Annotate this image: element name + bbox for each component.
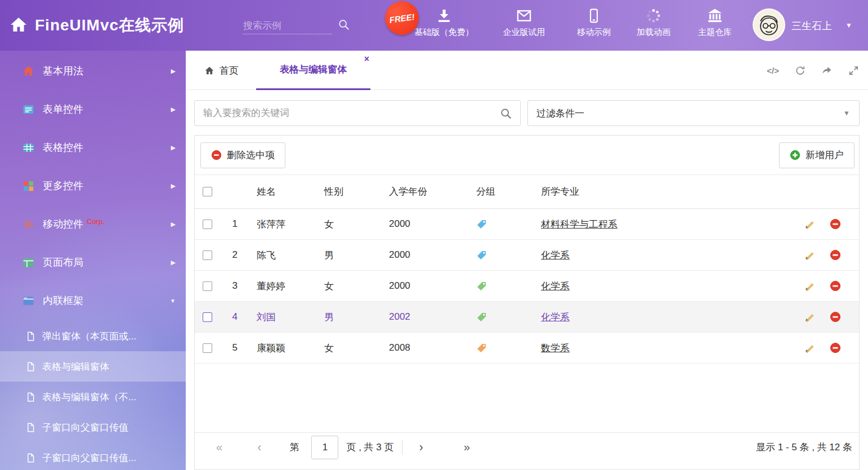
table-icon	[23, 142, 34, 154]
last-page-icon[interactable]: »	[464, 441, 470, 454]
avatar[interactable]	[753, 8, 785, 41]
edit-pencil-icon[interactable]	[804, 249, 815, 261]
header-search-input[interactable]	[242, 18, 332, 34]
edit-pencil-icon[interactable]	[804, 311, 815, 323]
cell-group	[465, 281, 530, 292]
cell-year: 2000	[378, 249, 465, 261]
major-link[interactable]: 材料科学与工程系	[541, 219, 618, 230]
nav-item-loading-animation[interactable]: 加载动画	[624, 8, 683, 44]
chevron-down-icon: ▼	[843, 109, 850, 117]
cell-gender: 男	[313, 311, 378, 324]
user-name[interactable]: 三生石上	[791, 19, 832, 33]
col-header-year[interactable]: 入学年份	[378, 185, 465, 198]
share-icon[interactable]	[821, 65, 833, 76]
delete-row-icon[interactable]	[830, 311, 841, 323]
col-header-major[interactable]: 所学专业	[530, 185, 797, 198]
delete-row-icon[interactable]	[830, 280, 841, 292]
chevron-right-icon: ▶	[171, 221, 176, 228]
row-checkbox[interactable]	[203, 281, 212, 291]
row-checkbox[interactable]	[203, 343, 212, 353]
delete-row-icon[interactable]	[830, 218, 841, 230]
refresh-icon[interactable]	[795, 65, 806, 76]
sidebar-subitem-child-to-parent-2[interactable]: 子窗口向父窗口传值...	[0, 442, 186, 470]
sidebar-menu: 基本用法 ▶ 表单控件 ▶ 表格控件 ▶ 更多控件 ▶ 移动控件	[0, 52, 186, 320]
chevron-down-icon[interactable]: ▼	[845, 21, 852, 29]
fullscreen-icon[interactable]	[848, 65, 859, 76]
sidebar-submenu: 弹出窗体（本页面或... 表格与编辑窗体 表格与编辑窗体（不... 子窗口向父窗…	[0, 321, 186, 470]
header-search-icon[interactable]	[338, 19, 350, 31]
major-link[interactable]: 化学系	[541, 312, 570, 323]
tag-icon	[476, 219, 487, 230]
grid-toolbar: 删除选中项 新增用户	[195, 136, 859, 175]
minus-circle-icon	[211, 150, 222, 160]
edit-pencil-icon[interactable]	[804, 280, 815, 292]
main-content: 首页 表格与编辑窗体 × </> 过滤条件一 ▼	[186, 51, 868, 470]
sidebar-item-inline-frame[interactable]: 内联框架 ▼	[0, 281, 186, 320]
sidebar-item-table-controls[interactable]: 表格控件 ▶	[0, 128, 186, 167]
col-header-gender[interactable]: 性别	[313, 185, 378, 198]
download-icon	[436, 8, 452, 24]
prev-page-icon[interactable]: ‹	[257, 440, 261, 455]
page-icon	[26, 453, 35, 463]
nav-item-enterprise-trial[interactable]: 企业版试用	[484, 8, 564, 44]
filter-dropdown[interactable]: 过滤条件一 ▼	[527, 100, 860, 126]
edit-pencil-icon[interactable]	[804, 218, 815, 230]
close-icon[interactable]: ×	[364, 54, 369, 64]
sidebar-item-form-controls[interactable]: 表单控件 ▶	[0, 90, 186, 128]
major-link[interactable]: 数学系	[541, 343, 570, 353]
cell-gender: 女	[313, 280, 378, 293]
mobile-icon	[587, 8, 601, 24]
home-icon[interactable]	[9, 16, 28, 34]
tab-grid-edit-window[interactable]: 表格与编辑窗体 ×	[256, 51, 370, 90]
major-link[interactable]: 化学系	[541, 250, 570, 261]
next-page-icon[interactable]: ›	[419, 440, 423, 455]
tab-bar: 首页 表格与编辑窗体 × </>	[186, 51, 868, 90]
row-checkbox[interactable]	[203, 220, 212, 229]
col-header-group[interactable]: 分组	[465, 185, 530, 198]
add-user-button[interactable]: 新增用户	[779, 142, 854, 168]
home-icon	[204, 66, 214, 75]
delete-selected-button[interactable]: 删除选中项	[200, 142, 285, 168]
tab-home[interactable]: 首页	[204, 51, 239, 90]
page-label-prefix: 第	[289, 441, 299, 454]
signal-icon	[23, 218, 34, 230]
first-page-icon[interactable]: «	[216, 441, 222, 454]
row-checkbox[interactable]	[203, 250, 212, 260]
cell-name: 陈飞	[245, 249, 313, 262]
select-all-checkbox[interactable]	[203, 187, 212, 196]
cell-year: 2002	[378, 311, 465, 323]
cell-gender: 女	[313, 342, 378, 355]
col-header-name[interactable]: 姓名	[245, 185, 313, 198]
sidebar-item-page-layout[interactable]: 页面布局 ▶	[0, 243, 186, 281]
sidebar-subitem-popup-window[interactable]: 弹出窗体（本页面或...	[0, 321, 186, 351]
app-title: FineUIMvc在线示例	[35, 15, 184, 36]
sidebar-item-mobile-controls[interactable]: 移动控件 Corp. ▶	[0, 205, 186, 243]
edit-pencil-icon[interactable]	[804, 342, 815, 353]
row-index: 4	[220, 311, 245, 323]
major-link[interactable]: 化学系	[541, 281, 570, 292]
page-label-suffix: 页 , 共 3 页	[346, 441, 393, 454]
table-header-row: 姓名 性别 入学年份 分组 所学专业	[195, 175, 859, 209]
nav-item-mobile-demo[interactable]: 移动示例	[564, 8, 624, 44]
delete-row-icon[interactable]	[830, 249, 841, 261]
source-code-icon[interactable]: </>	[767, 66, 779, 75]
search-icon[interactable]	[500, 108, 512, 120]
sidebar-item-more-controls[interactable]: 更多控件 ▶	[0, 167, 186, 205]
record-summary: 显示 1 - 5 条 , 共 12 条	[756, 441, 852, 454]
nav-item-theme-store[interactable]: 主题仓库	[683, 8, 746, 44]
page-number-input[interactable]	[311, 436, 338, 459]
sidebar-subitem-child-to-parent[interactable]: 子窗口向父窗口传值	[0, 412, 186, 442]
sidebar-item-basic-usage[interactable]: 基本用法 ▶	[0, 52, 186, 90]
cell-name: 董婷婷	[245, 280, 313, 293]
sidebar-subitem-grid-edit-window-2[interactable]: 表格与编辑窗体（不...	[0, 382, 186, 412]
table-row: 2 陈飞 男 2000 化学系	[195, 240, 859, 271]
row-checkbox[interactable]	[203, 312, 212, 322]
row-index: 3	[220, 280, 245, 292]
cell-gender: 女	[313, 218, 378, 231]
cell-year: 2000	[378, 280, 465, 292]
keyword-search-input[interactable]	[195, 101, 487, 126]
delete-row-icon[interactable]	[830, 342, 841, 353]
grid-panel: 删除选中项 新增用户 姓名 性别 入学年份 分组 所学专业	[194, 135, 860, 470]
tag-icon	[476, 343, 487, 353]
sidebar-subitem-grid-edit-window[interactable]: 表格与编辑窗体	[0, 351, 186, 382]
